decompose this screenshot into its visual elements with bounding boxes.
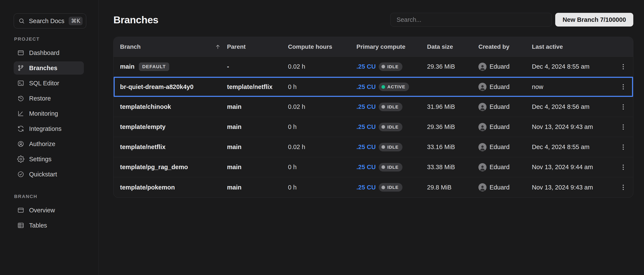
row-actions-cell (622, 83, 627, 91)
row-menu-button[interactable] (620, 63, 627, 71)
status-dot (382, 65, 385, 68)
compute-hours-cell: 0 h (288, 123, 356, 130)
branch-cell: template/pg_rag_demo (120, 164, 227, 171)
branch-name: main (120, 63, 134, 70)
nav-list-branch: OverviewTables (0, 204, 98, 232)
branch-row-template-netflix[interactable]: template/netflixmain0.02 h.25 CUIDLE33.1… (114, 137, 633, 157)
row-menu-button[interactable] (620, 184, 627, 191)
row-menu-button[interactable] (620, 123, 627, 131)
table-body: mainDEFAULT-0.02 h.25 CUIDLE29.36 MiBEdu… (114, 57, 633, 197)
sidebar-item-restore[interactable]: Restore (14, 92, 84, 105)
topbar-actions: New Branch 7/100000 (390, 13, 633, 26)
status-dot (382, 85, 385, 89)
column-header-label: Created by (478, 43, 510, 50)
parent-cell: main (227, 103, 288, 110)
sort-arrow-up-icon (214, 44, 221, 50)
sidebar-item-integrations[interactable]: Integrations (14, 122, 84, 135)
column-header-data-size[interactable]: Data size (427, 43, 478, 50)
topbar: Branches New Branch 7/100000 (114, 12, 633, 27)
integrations-icon (17, 125, 24, 132)
primary-compute-cell: .25 CUACTIVE (356, 82, 427, 91)
column-header-parent[interactable]: Parent (227, 43, 288, 50)
status-badge: IDLE (379, 183, 402, 192)
sidebar-item-branches[interactable]: Branches (14, 61, 84, 75)
row-menu-button[interactable] (620, 163, 627, 171)
column-header-label: Last active (532, 43, 563, 50)
branch-cell: template/empty (120, 123, 227, 130)
row-actions-cell (622, 184, 627, 191)
sidebar-item-overview[interactable]: Overview (14, 204, 84, 217)
sidebar-item-dashboard[interactable]: Dashboard (14, 46, 84, 59)
column-header-compute-hours[interactable]: Compute hours (288, 43, 356, 50)
sql-editor-icon (17, 79, 24, 87)
row-menu-button[interactable] (620, 143, 627, 151)
compute-size-value: .25 CU (356, 164, 376, 171)
compute-hours-cell: 0.02 h (288, 63, 356, 70)
sidebar-item-tables[interactable]: Tables (14, 219, 84, 232)
branch-row-br-quiet-dream-a820k4y0[interactable]: br-quiet-dream-a820k4y0template/netflix0… (114, 77, 633, 97)
column-header-branch[interactable]: Branch (120, 43, 227, 50)
branch-cell: template/chinook (120, 103, 227, 110)
last-active-cell: Dec 4, 2024 8:55 am (532, 63, 622, 70)
branch-cell: br-quiet-dream-a820k4y0 (120, 83, 227, 90)
authorize-icon (17, 140, 24, 148)
search-docs-button[interactable]: Search Docs ⌘K (14, 13, 86, 28)
status-dot (382, 105, 385, 109)
branch-row-template-pokemon[interactable]: template/pokemonmain0 h.25 CUIDLE29.8 Mi… (114, 177, 633, 197)
branch-search-input[interactable] (390, 13, 552, 26)
branch-row-main[interactable]: mainDEFAULT-0.02 h.25 CUIDLE29.36 MiBEdu… (114, 57, 633, 77)
last-active-cell: Dec 4, 2024 8:55 am (532, 143, 622, 151)
kebab-icon (620, 63, 627, 71)
parent-cell: template/netflix (227, 83, 288, 90)
row-actions-cell (622, 123, 627, 131)
sidebar-item-authorize[interactable]: Authorize (14, 137, 84, 151)
sidebar-item-monitoring[interactable]: Monitoring (14, 107, 84, 120)
created-by-name: Eduard (490, 143, 510, 151)
compute-hours-cell: 0 h (288, 184, 356, 191)
table-header-row: BranchParentCompute hoursPrimary compute… (114, 37, 633, 57)
column-header-last-active[interactable]: Last active (532, 43, 622, 50)
section-label-branch: BRANCH (14, 194, 98, 199)
column-header-created-by[interactable]: Created by (478, 43, 532, 50)
compute-size-value: .25 CU (356, 103, 376, 110)
row-actions-cell (622, 143, 627, 151)
new-branch-button[interactable]: New Branch 7/100000 (555, 13, 633, 26)
sidebar-item-label: Tables (29, 222, 47, 229)
sidebar-item-sql-editor[interactable]: SQL Editor (14, 76, 84, 90)
status-badge: IDLE (379, 103, 402, 111)
kebab-icon (620, 123, 627, 131)
column-header-label: Data size (427, 43, 453, 50)
branch-row-template-empty[interactable]: template/emptymain0 h.25 CUIDLE29.36 MiB… (114, 117, 633, 137)
status-label: IDLE (387, 124, 398, 130)
sidebar-item-label: Branches (29, 65, 57, 72)
row-menu-button[interactable] (620, 83, 627, 91)
page-title: Branches (114, 14, 158, 26)
created-by-cell: Eduard (478, 163, 532, 171)
compute-size-value: .25 CU (356, 143, 376, 151)
column-header-label: Branch (120, 43, 140, 50)
search-docs-shortcut: ⌘K (69, 17, 82, 25)
created-by-name: Eduard (490, 184, 510, 191)
compute-size-value: .25 CU (356, 184, 376, 191)
section-label-project: PROJECT (14, 36, 98, 42)
search-icon (18, 17, 25, 24)
row-menu-button[interactable] (620, 103, 627, 111)
kebab-icon (620, 143, 627, 151)
created-by-name: Eduard (490, 123, 510, 130)
main-content: Branches New Branch 7/100000 BranchParen… (99, 0, 644, 275)
parent-cell: main (227, 143, 288, 151)
compute-hours-cell: 0.02 h (288, 103, 356, 110)
column-header-label: Compute hours (288, 43, 332, 50)
sidebar-item-label: Authorize (29, 140, 56, 148)
column-header-primary-compute[interactable]: Primary compute (356, 43, 427, 50)
sidebar-item-quickstart[interactable]: Quickstart (14, 168, 84, 181)
primary-compute-cell: .25 CUIDLE (356, 62, 427, 71)
branch-row-template-chinook[interactable]: template/chinookmain0.02 h.25 CUIDLE31.9… (114, 97, 633, 117)
sidebar-item-label: Integrations (29, 125, 62, 132)
sidebar-item-settings[interactable]: Settings (14, 152, 84, 166)
status-label: IDLE (387, 64, 398, 69)
avatar (478, 123, 486, 131)
compute-size-value: .25 CU (356, 123, 376, 130)
created-by-name: Eduard (490, 83, 510, 90)
branch-row-template-pg-rag-demo[interactable]: template/pg_rag_demomain0 h.25 CUIDLE33.… (114, 157, 633, 177)
